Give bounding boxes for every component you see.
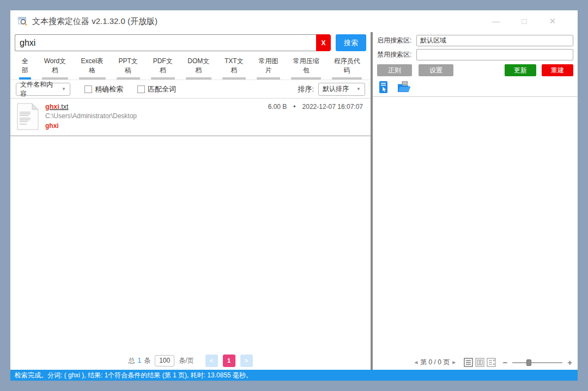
open-folder-icon[interactable] (397, 81, 410, 94)
window-controls: — □ ✕ (492, 16, 557, 26)
tab-underline (186, 77, 211, 80)
total-count: 1 (137, 357, 141, 364)
tab-word[interactable]: Word文档 (38, 55, 72, 80)
tab-ppt[interactable]: PPT文稿 (112, 55, 144, 80)
chevron-down-icon: ▼ (62, 87, 66, 91)
zoom-slider-handle[interactable] (526, 359, 531, 366)
minimize-button[interactable]: — (492, 16, 500, 26)
disabled-zone-label: 禁用搜索区: (377, 50, 416, 59)
thumbnail-view-icon[interactable] (487, 358, 496, 367)
tab-images[interactable]: 常用图片 (252, 55, 285, 80)
settings-button[interactable]: 设置 (419, 64, 453, 76)
search-input[interactable] (15, 34, 316, 51)
result-text: ghxi.txt 6.00 B • 2022-12-07 16:07:07 C:… (45, 103, 365, 130)
checkbox-icon (137, 85, 145, 93)
close-button[interactable]: ✕ (548, 16, 557, 26)
single-page-view-icon[interactable] (464, 358, 473, 367)
tab-code[interactable]: 程序员代码 (328, 55, 366, 80)
preview-toolbar (373, 80, 578, 97)
zoom-in-icon[interactable]: + (567, 358, 572, 367)
total-suffix: 条 (144, 356, 150, 365)
tab-archives[interactable]: 常用压缩包 (287, 55, 325, 80)
per-page-label: 条/页 (179, 356, 193, 365)
enabled-zone-row: 启用搜索区: (373, 35, 578, 46)
preview-page-indicator: 第 0 / 0 页 (420, 358, 450, 367)
text-file-icon (17, 103, 39, 130)
result-size: 6.00 B (268, 103, 287, 111)
enabled-zone-input[interactable] (416, 35, 573, 46)
search-box: X (15, 34, 331, 51)
result-meta: 6.00 B • 2022-12-07 16:07:07 (268, 103, 363, 111)
sort-controls: 排序: 默认排序 ▼ (298, 83, 365, 96)
search-scope-dropdown[interactable]: 文件名和内容 ▼ (16, 83, 70, 96)
meta-separator: • (293, 103, 295, 111)
disabled-zone-row: 禁用搜索区: (373, 49, 578, 60)
sort-label: 排序: (298, 84, 314, 94)
document-preview-area (373, 97, 578, 355)
result-date: 2022-12-07 16:07:07 (302, 103, 363, 111)
next-page-button[interactable]: > (240, 355, 253, 367)
locate-file-icon[interactable] (377, 81, 390, 94)
view-mode-icons (464, 358, 496, 367)
tab-txt[interactable]: TXT文档 (218, 55, 250, 80)
tab-underline (42, 77, 68, 80)
window-title: 文本搜索定位器 v2.1.32.0 (开放版) (32, 16, 157, 27)
current-page-button[interactable]: 1 (223, 355, 235, 367)
chevron-down-icon: ▼ (356, 87, 361, 91)
tab-underline (257, 77, 281, 80)
tab-underline (222, 77, 246, 80)
result-path: C:\Users\Administrator\Desktop (45, 112, 365, 120)
update-index-button[interactable]: 更新 (505, 64, 536, 76)
regex-button[interactable]: 正则 (377, 64, 412, 76)
exact-search-checkbox[interactable]: 精确检索 (84, 84, 123, 94)
tab-dom[interactable]: DOM文档 (181, 55, 216, 80)
sort-dropdown[interactable]: 默认排序 ▼ (318, 83, 365, 96)
prev-page-button[interactable]: < (205, 355, 218, 367)
app-logo-icon (18, 16, 28, 26)
zoom-slider[interactable] (512, 362, 562, 363)
preview-panel: 启用搜索区: 禁用搜索区: 正则 设置 更新 重建 (373, 32, 578, 370)
zoom-out-icon[interactable]: − (502, 358, 507, 367)
result-filename-link[interactable]: ghxi.txt (45, 103, 68, 111)
search-panel: X 搜索 全部 Word文档 Excel表格 PPT文稿 PDF文档 DOM文档… (10, 32, 371, 370)
disabled-zone-input[interactable] (416, 49, 573, 60)
filter-row: 文件名和内容 ▼ 精确检索 匹配全词 排序: 默认排序 ▼ (10, 80, 371, 99)
whole-word-checkbox[interactable]: 匹配全词 (137, 84, 176, 94)
tab-underline (79, 77, 106, 80)
search-row: X 搜索 (10, 32, 371, 51)
total-prefix: 总 (128, 356, 135, 365)
app-window: 文本搜索定位器 v2.1.32.0 (开放版) — □ ✕ X 搜索 全部 Wo… (10, 10, 578, 381)
search-button[interactable]: 搜索 (336, 34, 366, 51)
index-buttons-row: 正则 设置 更新 重建 (373, 64, 578, 76)
tab-underline (291, 77, 321, 80)
file-type-tabs: 全部 Word文档 Excel表格 PPT文稿 PDF文档 DOM文档 TXT文… (10, 55, 371, 80)
results-list: ghxi.txt 6.00 B • 2022-12-07 16:07:07 C:… (10, 99, 371, 351)
tab-pdf[interactable]: PDF文档 (147, 55, 179, 80)
tab-excel[interactable]: Excel表格 (75, 55, 110, 80)
main-area: X 搜索 全部 Word文档 Excel表格 PPT文稿 PDF文档 DOM文档… (10, 32, 578, 370)
two-page-view-icon[interactable] (475, 358, 484, 367)
page-size-input[interactable] (155, 355, 174, 366)
tab-underline (151, 77, 175, 80)
result-row[interactable]: ghxi.txt 6.00 B • 2022-12-07 16:07:07 C:… (10, 99, 371, 136)
title-bar: 文本搜索定位器 v2.1.32.0 (开放版) — □ ✕ (10, 10, 578, 32)
clear-search-button[interactable]: X (316, 34, 331, 51)
maximize-button[interactable]: □ (520, 16, 529, 26)
preview-controls: ◀ 第 0 / 0 页 ▶ (373, 355, 578, 370)
preview-next-page-icon[interactable]: ▶ (452, 360, 456, 365)
pagination-bar: 总 1 条 条/页 < 1 > (10, 351, 371, 370)
tab-underline (19, 77, 31, 80)
tab-underline (117, 77, 140, 80)
result-match-snippet: ghxi (45, 122, 365, 130)
status-bar: 检索完成。分词: ( ghxi ), 结果: 1个符合条件的结果 (第 1 页)… (10, 370, 578, 381)
checkbox-icon (84, 85, 92, 93)
tab-underline (332, 77, 362, 80)
tab-all[interactable]: 全部 (15, 55, 35, 80)
preview-prev-page-icon[interactable]: ◀ (414, 360, 418, 365)
enabled-zone-label: 启用搜索区: (377, 36, 416, 45)
rebuild-index-button[interactable]: 重建 (542, 64, 573, 76)
